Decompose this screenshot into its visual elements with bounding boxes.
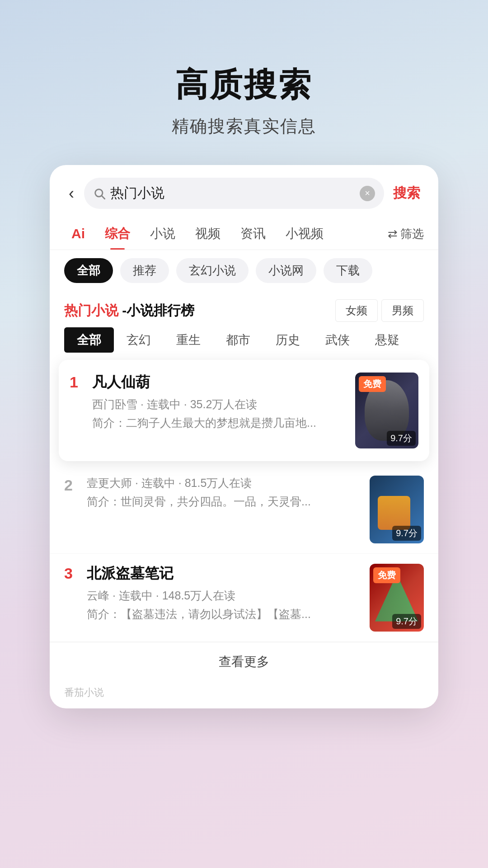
filter-icon: ⇄: [388, 227, 398, 241]
clear-button[interactable]: ×: [360, 186, 375, 201]
book-desc-3: 简介：【盗墓违法，请勿以身试法】【盗墓...: [87, 607, 361, 622]
book-meta-2: 壹更大师 · 连载中 · 81.5万人在读: [87, 476, 361, 491]
tab-news[interactable]: 资讯: [230, 218, 276, 250]
book-info-2: 壹更大师 · 连载中 · 81.5万人在读 简介：世间灵骨，共分四品。一品，天灵…: [87, 476, 361, 509]
book-info-3: 北派盗墓笔记 云峰 · 连载中 · 148.5万人在读 简介：【盗墓违法，请勿以…: [87, 564, 361, 622]
book-rank-2: 2: [64, 477, 78, 493]
app-card: ‹ 热门小说 × 搜索 Ai 综合 小说 视频 资讯 小视频 ⇄ 筛选 全部 推…: [50, 165, 438, 708]
book-cover-1: 免费 9.7分: [355, 373, 418, 448]
book-item-2[interactable]: 2 壹更大师 · 连载中 · 81.5万人在读 简介：世间灵骨，共分四品。一品，…: [50, 466, 438, 554]
search-input-wrap: 热门小说 ×: [84, 178, 384, 209]
tab-comprehensive[interactable]: 综合: [95, 218, 140, 250]
svg-line-1: [102, 196, 104, 198]
book-title-3: 北派盗墓笔记: [87, 564, 361, 584]
cover-score-2: 9.7分: [392, 526, 421, 541]
genre-fantasy[interactable]: 玄幻: [114, 327, 164, 353]
cover-score-1: 9.7分: [387, 431, 416, 446]
tab-novel[interactable]: 小说: [140, 218, 185, 250]
tab-video[interactable]: 视频: [185, 218, 230, 250]
book-item-1[interactable]: 1 凡人仙葫 西门卧雪 · 连载中 · 35.2万人在读 简介：二狗子人生最大的…: [59, 360, 429, 461]
chip-novel-net[interactable]: 小说网: [256, 258, 316, 283]
cover-badge-3: 免费: [373, 567, 400, 583]
genre-history[interactable]: 历史: [263, 327, 313, 353]
cover-score-3: 9.7分: [392, 614, 421, 629]
book-meta-3: 云峰 · 连载中 · 148.5万人在读: [87, 588, 361, 603]
book-desc-1: 简介：二狗子人生最大的梦想就是攒几亩地...: [92, 415, 346, 430]
search-bar: ‹ 热门小说 × 搜索: [50, 165, 438, 218]
ranking-header: 热门小说 -小说排行榜 女频 男频: [50, 291, 438, 327]
book-cover-3: 免费 9.7分: [370, 564, 424, 632]
freq-buttons: 女频 男频: [335, 299, 424, 322]
ranking-title-red: 热门小说: [64, 303, 118, 318]
genre-rebirth[interactable]: 重生: [164, 327, 213, 353]
chip-all[interactable]: 全部: [64, 258, 113, 283]
filter-button[interactable]: ⇄ 筛选: [380, 219, 424, 249]
filter-label: 筛选: [400, 226, 424, 242]
male-freq-button[interactable]: 男频: [381, 299, 424, 322]
genre-mystery[interactable]: 悬疑: [362, 327, 412, 353]
genre-martial[interactable]: 武侠: [313, 327, 362, 353]
tab-short-video[interactable]: 小视频: [276, 218, 333, 250]
app-watermark: 番茄小说: [50, 681, 438, 708]
filter-chips: 全部 推荐 玄幻小说 小说网 下载: [50, 250, 438, 291]
ranking-title: 热门小说 -小说排行榜: [64, 302, 194, 320]
category-tabs: Ai 综合 小说 视频 资讯 小视频 ⇄ 筛选: [50, 218, 438, 250]
chip-recommend[interactable]: 推荐: [120, 258, 169, 283]
search-icon: [93, 187, 106, 200]
page-title: 高质搜索: [172, 63, 316, 107]
book-meta-1: 西门卧雪 · 连载中 · 35.2万人在读: [92, 397, 346, 412]
book-title-1: 凡人仙葫: [92, 373, 346, 392]
page-header: 高质搜索 精确搜索真实信息: [172, 63, 316, 138]
genre-city[interactable]: 都市: [213, 327, 263, 353]
female-freq-button[interactable]: 女频: [335, 299, 378, 322]
page-subtitle: 精确搜索真实信息: [172, 115, 316, 138]
book-rank-3: 3: [64, 566, 78, 581]
tab-ai[interactable]: Ai: [64, 219, 95, 249]
ranking-title-black: -小说排行榜: [122, 303, 194, 318]
book-cover-2: 9.7分: [370, 476, 424, 543]
chip-fantasy[interactable]: 玄幻小说: [176, 258, 249, 283]
genre-tabs: 全部 玄幻 重生 都市 历史 武侠 悬疑: [50, 327, 438, 360]
search-query: 热门小说: [110, 184, 355, 203]
genre-all[interactable]: 全部: [64, 327, 114, 353]
search-button[interactable]: 搜索: [389, 184, 424, 203]
book-rank-1: 1: [70, 374, 83, 448]
see-more-button[interactable]: 查看更多: [50, 642, 438, 681]
back-button[interactable]: ‹: [64, 182, 79, 205]
book-info-1: 凡人仙葫 西门卧雪 · 连载中 · 35.2万人在读 简介：二狗子人生最大的梦想…: [92, 373, 346, 448]
book-desc-2: 简介：世间灵骨，共分四品。一品，天灵骨...: [87, 494, 361, 509]
book-item-3[interactable]: 3 北派盗墓笔记 云峰 · 连载中 · 148.5万人在读 简介：【盗墓违法，请…: [50, 554, 438, 642]
cover-badge-1: 免费: [359, 376, 386, 392]
chip-download[interactable]: 下载: [324, 258, 372, 283]
